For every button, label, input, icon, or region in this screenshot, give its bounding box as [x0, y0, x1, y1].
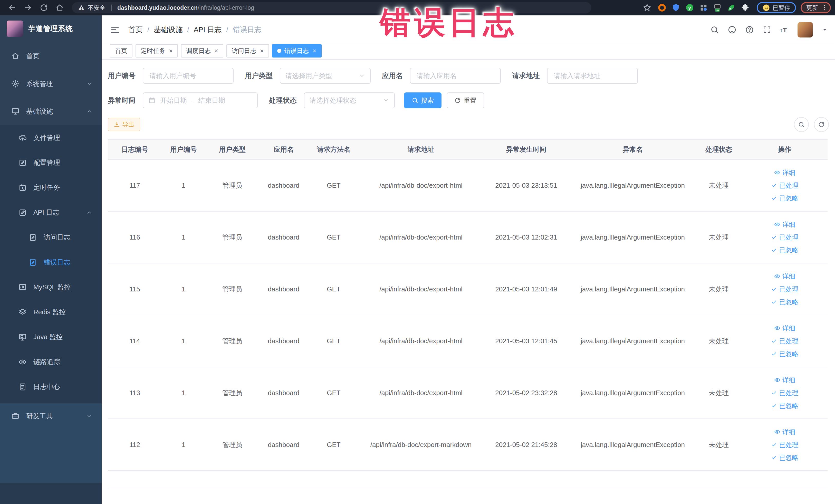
extension-green-y-icon[interactable]: y	[685, 3, 694, 12]
font-size-icon[interactable]: TT	[780, 25, 789, 34]
sidebar-item-label: 定时任务	[33, 183, 93, 192]
browser-update-button[interactable]: 更新	[801, 2, 831, 13]
breadcrumb-item[interactable]: API 日志	[194, 25, 222, 35]
action-已忽略[interactable]: 已忽略	[742, 192, 828, 205]
sidebar-item-首页[interactable]: 首页	[0, 42, 102, 70]
sidebar-item-MySQL-监控[interactable]: MySQL 监控	[0, 275, 102, 300]
extension-orange-icon[interactable]	[658, 3, 666, 12]
refresh-table-button[interactable]	[814, 117, 829, 132]
action-详细[interactable]: 详细	[742, 374, 828, 386]
browser-menu-icon[interactable]	[821, 4, 828, 12]
app-name-input[interactable]	[410, 68, 501, 84]
browser-reload-icon[interactable]	[40, 3, 48, 12]
action-详细[interactable]: 详细	[742, 218, 828, 231]
profile-paused-badge[interactable]: 已暂停	[757, 2, 796, 13]
cell-actions: 详细已处理已忽略	[742, 263, 828, 315]
sidebar-item-基础设施[interactable]: 基础设施	[0, 98, 102, 125]
sidebar-item-访问日志[interactable]: 访问日志	[0, 225, 102, 250]
reset-button[interactable]: 重置	[447, 93, 484, 108]
tab-close-icon[interactable]: ×	[260, 47, 264, 54]
tab-调度日志[interactable]: 调度日志×	[181, 44, 223, 58]
header-search-icon[interactable]	[710, 25, 719, 34]
user-type-select[interactable]: 请选择用户类型	[280, 68, 371, 84]
sidebar-item-配置管理[interactable]: 配置管理	[0, 150, 102, 175]
action-已处理[interactable]: 已处理	[742, 231, 828, 244]
action-详细[interactable]: 详细	[742, 425, 828, 438]
user-id-input[interactable]	[143, 68, 233, 84]
security-warning-icon[interactable]	[78, 4, 85, 11]
cell-id: 117	[108, 160, 162, 211]
sidebar-item-Redis-监控[interactable]: Redis 监控	[0, 300, 102, 324]
browser-toolbar: 不安全 dashboard.yudao.iocoder.cn/infra/log…	[0, 0, 835, 15]
help-icon[interactable]	[745, 25, 754, 34]
user-menu-caret-icon[interactable]	[822, 27, 828, 33]
sidebar-item-定时任务[interactable]: 定时任务	[0, 175, 102, 200]
action-已忽略[interactable]: 已忽略	[742, 347, 828, 360]
action-已处理[interactable]: 已处理	[742, 179, 828, 192]
bookmark-star-icon[interactable]	[643, 3, 651, 12]
date-range-picker[interactable]: 开始日期 - 结束日期	[143, 93, 258, 108]
extension-grid-icon[interactable]	[699, 3, 708, 12]
sidebar-item-错误日志[interactable]: 错误日志	[0, 250, 102, 275]
user-avatar[interactable]	[797, 22, 813, 38]
tab-首页[interactable]: 首页	[110, 44, 133, 58]
tab-close-icon[interactable]: ×	[169, 47, 173, 54]
extension-leaf-icon[interactable]	[727, 3, 736, 12]
export-button[interactable]: 导出	[108, 118, 140, 131]
sidebar-item-Java-监控[interactable]: Java 监控	[0, 324, 102, 349]
browser-back-icon[interactable]	[8, 3, 16, 12]
browser-forward-icon[interactable]	[24, 3, 32, 12]
action-详细[interactable]: 详细	[742, 322, 828, 335]
search-button[interactable]: 搜索	[404, 93, 442, 108]
action-已处理[interactable]: 已处理	[742, 335, 828, 347]
fullscreen-icon[interactable]	[762, 25, 771, 34]
sidebar-item-链路追踪[interactable]: 链路追踪	[0, 349, 102, 374]
action-已处理[interactable]: 已处理	[742, 438, 828, 451]
filter-row-2: 异常时间 开始日期 - 结束日期 处理状态 请选择处理状态	[108, 93, 829, 108]
sidebar-item-日志中心[interactable]: 日志中心	[0, 374, 102, 399]
url-domain: dashboard.yudao.iocoder.cn	[117, 4, 198, 11]
breadcrumb-item[interactable]: 首页	[128, 25, 143, 35]
tab-close-icon[interactable]: ×	[214, 47, 218, 54]
tab-close-icon[interactable]: ×	[313, 47, 317, 54]
action-已忽略[interactable]: 已忽略	[742, 244, 828, 257]
sidebar-toggle-hamburger-icon[interactable]	[110, 25, 120, 35]
tab-访问日志[interactable]: 访问日志×	[226, 44, 269, 58]
action-已忽略[interactable]: 已忽略	[742, 399, 828, 412]
chevron-down-icon	[383, 97, 389, 103]
browser-home-icon[interactable]	[56, 3, 64, 12]
app-logo[interactable]: 芋道管理系统	[0, 15, 102, 42]
sidebar-item-系统管理[interactable]: 系统管理	[0, 70, 102, 98]
extension-shield-icon[interactable]	[672, 3, 680, 12]
sidebar-item-API-日志[interactable]: API 日志	[0, 200, 102, 225]
action-详细[interactable]: 详细	[742, 166, 828, 179]
extension-on-switch-icon[interactable]: on	[713, 3, 722, 12]
column-header-操作: 操作	[742, 139, 828, 160]
tab-定时任务[interactable]: 定时任务×	[136, 44, 178, 58]
table-row: 1141管理员dashboardGET/api/infra/db-doc/exp…	[108, 315, 828, 367]
cell-exception: java.lang.IllegalArgumentException	[570, 160, 696, 211]
cell-app: dashboard	[259, 263, 308, 315]
breadcrumb-item[interactable]: 基础设施	[154, 25, 183, 35]
action-已忽略[interactable]: 已忽略	[742, 451, 828, 464]
action-已忽略[interactable]: 已忽略	[742, 296, 828, 308]
logo-image	[7, 21, 23, 37]
action-详细[interactable]: 详细	[742, 270, 828, 283]
action-已处理[interactable]: 已处理	[742, 283, 828, 296]
request-url-input[interactable]	[547, 68, 638, 84]
toggle-search-button[interactable]	[794, 117, 809, 132]
check-icon	[771, 299, 777, 305]
extensions-puzzle-icon[interactable]	[741, 3, 750, 12]
error-log-table: 日志编号用户编号用户类型应用名请求方法名请求地址异常发生时间异常名处理状态操作 …	[108, 139, 828, 471]
cell-url: /api/infra/db-doc/export-html	[359, 315, 483, 367]
tab-错误日志[interactable]: 错误日志×	[272, 44, 322, 58]
address-bar[interactable]: 不安全 dashboard.yudao.iocoder.cn/infra/log…	[72, 2, 591, 13]
sidebar-item-研发工具[interactable]: 研发工具	[0, 403, 102, 483]
action-已处理[interactable]: 已处理	[742, 386, 828, 399]
sidebar-item-label: 基础设施	[26, 107, 86, 116]
process-status-select[interactable]: 请选择处理状态	[304, 93, 395, 108]
sidebar-item-文件管理[interactable]: 文件管理	[0, 125, 102, 150]
github-icon[interactable]	[728, 25, 736, 34]
cell-actions: 详细已处理已忽略	[742, 315, 828, 367]
action-label: 详细	[782, 168, 795, 177]
